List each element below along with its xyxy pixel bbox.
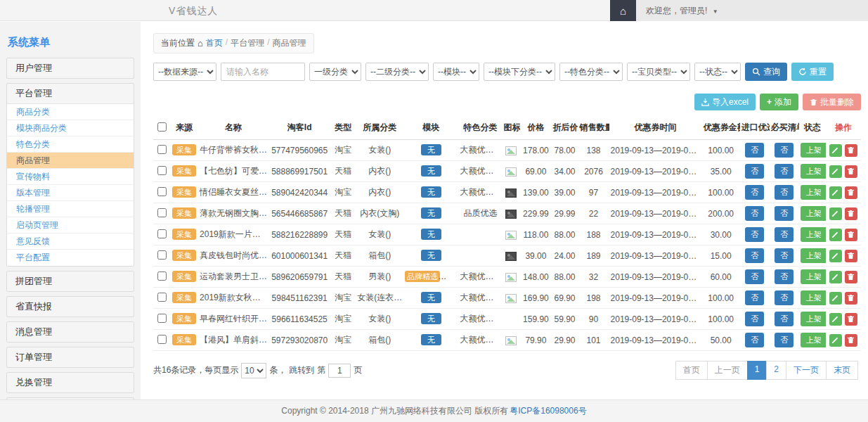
filter-select[interactable]: --二级分类--	[365, 63, 429, 81]
delete-button[interactable]	[845, 144, 857, 157]
must-buy-toggle-button[interactable]: 否	[775, 227, 793, 242]
batch-delete-button[interactable]: 批量删除	[803, 94, 861, 110]
page-jump-input[interactable]	[328, 364, 351, 378]
filter-select[interactable]: --模块下分类--	[484, 63, 555, 81]
sidebar-item[interactable]: 用户管理	[7, 58, 134, 78]
must-buy-toggle-button[interactable]: 否	[775, 206, 793, 221]
row-checkbox[interactable]	[157, 208, 167, 217]
page-button[interactable]: 下一页	[786, 361, 827, 380]
edit-button[interactable]	[829, 165, 842, 178]
row-checkbox[interactable]	[157, 271, 167, 281]
status-button[interactable]: 上架	[801, 185, 826, 200]
status-button[interactable]: 上架	[801, 143, 826, 158]
row-checkbox[interactable]	[157, 229, 167, 238]
delete-button[interactable]	[845, 165, 857, 178]
sidebar-item[interactable]: 兑换管理	[7, 373, 134, 392]
status-button[interactable]: 上架	[801, 290, 826, 305]
submenu-item[interactable]: 商品分类	[7, 104, 134, 120]
page-button[interactable]: 上一页	[707, 361, 748, 380]
edit-button[interactable]	[829, 292, 842, 305]
search-button[interactable]: 查询	[745, 63, 787, 81]
add-button[interactable]: + 添加	[760, 94, 798, 110]
must-buy-toggle-button[interactable]: 否	[775, 269, 793, 284]
submenu-item[interactable]: 平台配置	[7, 250, 134, 266]
sidebar-item[interactable]: 拼团管理	[7, 271, 134, 291]
delete-button[interactable]	[845, 250, 857, 262]
user-menu[interactable]: 欢迎您，管理员! ▼	[636, 0, 728, 21]
sidebar-item[interactable]: 平台管理	[7, 84, 134, 103]
row-checkbox[interactable]	[157, 250, 167, 260]
select-all-checkbox[interactable]	[157, 122, 167, 132]
submenu-item[interactable]: 启动页管理	[7, 217, 134, 234]
submenu-item[interactable]: 轮播管理	[7, 201, 134, 217]
per-page-select[interactable]: 10	[241, 363, 266, 378]
row-checkbox[interactable]	[157, 145, 167, 154]
must-buy-toggle-button[interactable]: 否	[775, 290, 793, 305]
submenu-item[interactable]: 模块商品分类	[7, 120, 134, 136]
delete-button[interactable]	[845, 207, 857, 220]
delete-button[interactable]	[845, 292, 857, 305]
edit-button[interactable]	[829, 186, 842, 199]
submenu-item[interactable]: 商品管理	[7, 153, 134, 169]
import-toggle-button[interactable]: 否	[745, 248, 764, 263]
edit-button[interactable]	[829, 229, 842, 241]
status-button[interactable]: 上架	[801, 333, 826, 347]
status-button[interactable]: 上架	[801, 227, 826, 242]
submenu-item[interactable]: 意见反馈	[7, 234, 134, 250]
submenu-item[interactable]: 版本管理	[7, 185, 134, 201]
reset-button[interactable]: 重置	[791, 63, 834, 81]
delete-button[interactable]	[845, 271, 857, 283]
import-toggle-button[interactable]: 否	[745, 164, 764, 179]
delete-button[interactable]	[845, 186, 857, 199]
icp-link[interactable]: 粤ICP备16098006号	[510, 405, 586, 417]
name-search-input[interactable]	[221, 63, 305, 81]
delete-button[interactable]	[845, 334, 857, 347]
import-toggle-button[interactable]: 否	[745, 185, 764, 200]
import-excel-button[interactable]: 导入excel	[694, 94, 756, 110]
filter-select[interactable]: --数据来源--	[153, 63, 216, 81]
status-button[interactable]: 上架	[801, 164, 826, 179]
edit-button[interactable]	[829, 271, 842, 283]
import-toggle-button[interactable]: 否	[745, 312, 764, 326]
must-buy-toggle-button[interactable]: 否	[775, 248, 793, 263]
page-button[interactable]: 1	[747, 361, 767, 380]
must-buy-toggle-button[interactable]: 否	[775, 143, 793, 158]
status-button[interactable]: 上架	[801, 312, 826, 326]
sidebar-item[interactable]: 订单管理	[7, 347, 134, 367]
row-checkbox[interactable]	[157, 314, 167, 323]
sidebar-item[interactable]: 省直快报	[7, 297, 134, 316]
import-toggle-button[interactable]: 否	[745, 143, 764, 158]
status-button[interactable]: 上架	[801, 248, 826, 263]
home-button[interactable]: ⌂	[610, 0, 636, 21]
must-buy-toggle-button[interactable]: 否	[775, 333, 793, 347]
page-button[interactable]: 末页	[826, 361, 858, 380]
page-button[interactable]: 首页	[675, 361, 708, 380]
submenu-item[interactable]: 特色分类	[7, 136, 134, 153]
must-buy-toggle-button[interactable]: 否	[775, 312, 793, 326]
filter-select[interactable]: --状态--	[694, 63, 741, 81]
row-checkbox[interactable]	[157, 335, 167, 344]
page-button[interactable]: 2	[766, 361, 786, 380]
import-toggle-button[interactable]: 否	[745, 206, 764, 221]
delete-button[interactable]	[845, 229, 857, 241]
edit-button[interactable]	[829, 334, 842, 347]
row-checkbox[interactable]	[157, 187, 167, 196]
status-button[interactable]: 上架	[801, 206, 826, 221]
import-toggle-button[interactable]: 否	[745, 290, 764, 305]
filter-select[interactable]: 一级分类	[309, 63, 361, 81]
edit-button[interactable]	[829, 250, 842, 262]
sidebar-item[interactable]: 消息管理	[7, 322, 134, 342]
import-toggle-button[interactable]: 否	[745, 333, 764, 347]
edit-button[interactable]	[829, 144, 842, 157]
delete-button[interactable]	[845, 313, 857, 326]
breadcrumb-home-link[interactable]: 首页	[206, 37, 223, 49]
import-toggle-button[interactable]: 否	[745, 269, 764, 284]
submenu-item[interactable]: 宣传物料	[7, 169, 134, 185]
edit-button[interactable]	[829, 207, 842, 220]
edit-button[interactable]	[829, 313, 842, 326]
filter-select[interactable]: --宝贝类型--	[627, 63, 690, 81]
status-button[interactable]: 上架	[801, 269, 826, 284]
row-checkbox[interactable]	[157, 166, 167, 175]
must-buy-toggle-button[interactable]: 否	[775, 185, 793, 200]
filter-select[interactable]: --特色分类--	[559, 63, 623, 81]
